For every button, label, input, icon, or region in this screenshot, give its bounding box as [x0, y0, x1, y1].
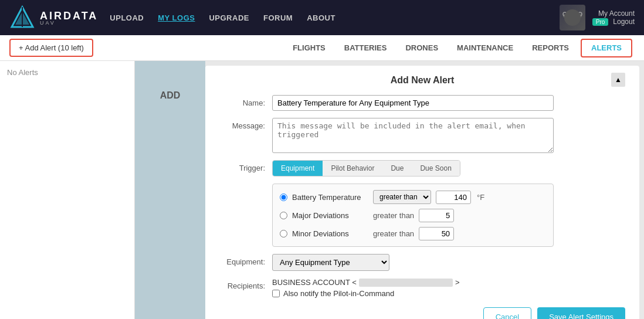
account-info: My Account Pro Logout	[592, 9, 635, 26]
recipients-row: Recipients: BUSINESS ACCOUNT < > Also no…	[219, 278, 625, 298]
main-nav: UPLOAD MY LOGS UPGRADE FORUM ABOUT	[110, 13, 335, 22]
sub-nav-alerts[interactable]: ALERTS	[581, 39, 632, 57]
svg-point-9	[578, 12, 582, 16]
trigger-label: Trigger:	[219, 160, 272, 172]
main-area: No Alerts ADD Add New Alert ▲ Name:	[0, 61, 644, 319]
also-notify-checkbox[interactable]	[272, 290, 280, 297]
trigger-major-dev-condition: greater than	[373, 211, 414, 220]
sub-nav-reports[interactable]: REPORTS	[523, 35, 578, 61]
trigger-radio-minor-dev[interactable]	[280, 230, 287, 237]
also-notify-label: Also notify the Pilot-in-Command	[283, 289, 394, 298]
collapse-button[interactable]: ▲	[611, 73, 625, 87]
trigger-major-dev-value[interactable]	[419, 209, 454, 222]
name-row: Name:	[219, 95, 625, 111]
recipients-label: Recipients:	[219, 278, 272, 290]
trigger-battery-temp-value[interactable]	[436, 191, 471, 204]
message-textarea[interactable]	[272, 118, 554, 153]
add-label: ADD	[160, 90, 181, 101]
recipients-area: BUSINESS ACCOUNT < > Also notify the Pil…	[272, 278, 459, 298]
trigger-battery-temp-unit: °F	[477, 193, 484, 202]
trigger-radio-major-dev[interactable]	[280, 212, 287, 219]
save-alert-button[interactable]: Save Alert Settings	[537, 307, 625, 319]
account-label: My Account	[592, 9, 635, 18]
sub-nav: + Add Alert (10 left) FLIGHTS BATTERIES …	[0, 35, 644, 61]
trigger-option-battery-temp: Battery Temperature greater than less th…	[280, 190, 546, 204]
trigger-battery-temp-condition[interactable]: greater than less than	[373, 190, 431, 204]
form-title: Add New Alert	[219, 75, 625, 86]
trigger-options: Battery Temperature greater than less th…	[272, 184, 554, 247]
trigger-minor-dev-value[interactable]	[419, 227, 454, 240]
svg-rect-7	[570, 13, 575, 15]
form-area: Add New Alert ▲ Name: Message: Trigger:	[205, 66, 639, 319]
name-label: Name:	[219, 95, 272, 107]
add-panel-wrap: ADD Add New Alert ▲ Name: Message:	[135, 61, 644, 319]
business-account-label: BUSINESS ACCOUNT <	[272, 278, 357, 287]
trigger-tabs: Equipment Pilot Behavior Due Due Soon	[272, 160, 460, 177]
header: AIRDATA UAV UPLOAD MY LOGS UPGRADE FORUM…	[0, 0, 644, 35]
message-label: Message:	[219, 118, 272, 130]
name-input[interactable]	[272, 95, 554, 111]
nav-upgrade[interactable]: UPGRADE	[209, 13, 249, 22]
svg-rect-4	[565, 15, 579, 20]
tab-equipment[interactable]: Equipment	[273, 161, 323, 176]
tab-due[interactable]: Due	[382, 161, 412, 176]
sub-nav-flights[interactable]: FLIGHTS	[283, 35, 335, 61]
cancel-button[interactable]: Cancel	[483, 307, 531, 319]
logout-link[interactable]: Logout	[613, 18, 635, 26]
trigger-major-dev-label: Major Deviations	[292, 211, 368, 220]
add-panel: ADD	[135, 61, 205, 319]
nav-forum[interactable]: FORUM	[263, 13, 293, 22]
trigger-row: Trigger: Equipment Pilot Behavior Due Du…	[219, 160, 625, 247]
also-notify-row: Also notify the Pilot-in-Command	[272, 289, 459, 298]
nav-about[interactable]: ABOUT	[307, 13, 335, 22]
no-alerts-label: No Alerts	[7, 68, 127, 77]
sub-nav-batteries[interactable]: BATTERIES	[335, 35, 396, 61]
business-account: BUSINESS ACCOUNT < >	[272, 278, 459, 287]
nav-upload[interactable]: UPLOAD	[110, 13, 144, 22]
trigger-battery-temp-label: Battery Temperature	[292, 193, 368, 202]
sidebar: No Alerts	[0, 61, 135, 319]
sub-nav-maintenance[interactable]: MAINTENANCE	[448, 35, 523, 61]
message-row: Message:	[219, 118, 625, 153]
avatar-drone-icon	[562, 7, 583, 28]
add-alert-button[interactable]: + Add Alert (10 left)	[9, 39, 93, 57]
trigger-option-minor-dev: Minor Deviations greater than	[280, 227, 546, 240]
trigger-minor-dev-condition: greater than	[373, 229, 414, 238]
form-actions: Cancel Save Alert Settings	[219, 307, 625, 319]
header-left: AIRDATA UAV UPLOAD MY LOGS UPGRADE FORUM…	[9, 5, 335, 30]
logo-text-area: AIRDATA UAV	[40, 10, 98, 26]
equipment-select[interactable]: Any Equipment Type	[272, 254, 389, 271]
trigger-container: Equipment Pilot Behavior Due Due Soon Ba…	[272, 160, 554, 247]
trigger-minor-dev-label: Minor Deviations	[292, 229, 368, 238]
tab-due-soon[interactable]: Due Soon	[412, 161, 459, 176]
tab-pilot-behavior[interactable]: Pilot Behavior	[323, 161, 382, 176]
airdata-logo-icon	[9, 5, 35, 30]
business-account-suffix: >	[455, 278, 460, 287]
equipment-row: Equipment: Any Equipment Type	[219, 254, 625, 271]
trigger-radio-battery-temp[interactable]	[280, 194, 287, 201]
content-area: ADD Add New Alert ▲ Name: Message:	[135, 61, 644, 319]
svg-point-8	[563, 12, 567, 16]
avatar	[560, 5, 585, 30]
nav-my-logs[interactable]: MY LOGS	[158, 13, 195, 22]
pro-badge: Pro	[592, 18, 609, 26]
logo-area: AIRDATA UAV	[9, 5, 98, 30]
trigger-option-major-dev: Major Deviations greater than	[280, 209, 546, 222]
sub-nav-drones[interactable]: DRONES	[396, 35, 448, 61]
header-right: My Account Pro Logout	[560, 5, 635, 30]
sub-nav-links: FLIGHTS BATTERIES DRONES MAINTENANCE REP…	[283, 35, 635, 61]
equipment-label: Equipment:	[219, 254, 272, 266]
email-masked	[359, 279, 453, 287]
